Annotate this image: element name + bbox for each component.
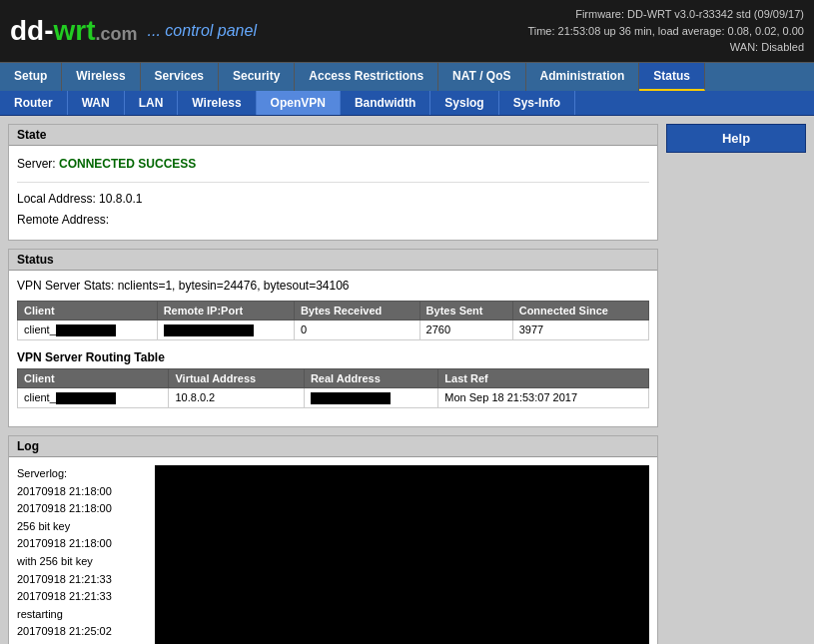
tab-administration[interactable]: Administration xyxy=(526,63,640,91)
subtab-openvpn[interactable]: OpenVPN xyxy=(257,91,341,115)
log-line-4: 256 bit key xyxy=(17,518,147,536)
cell-connected-since: 3977 xyxy=(512,320,648,339)
log-line-2: 20170918 21:18:00 xyxy=(17,483,147,501)
redacted-real-addr xyxy=(311,392,391,404)
log-display xyxy=(155,465,649,644)
th-last-ref: Last Ref xyxy=(438,368,649,387)
table-row: client_ 0 2760 3977 xyxy=(18,320,649,339)
log-line-3: 20170918 21:18:00 xyxy=(17,500,147,518)
logo-dd: dd- xyxy=(10,15,54,46)
logo: dd-wrt.com xyxy=(10,15,138,47)
left-panel: State Server: CONNECTED SUCCESS Local Ad… xyxy=(8,124,658,644)
status-section: Status VPN Server Stats: nclients=1, byt… xyxy=(8,249,658,427)
sub-nav: Router WAN LAN Wireless OpenVPN Bandwidt… xyxy=(0,91,814,116)
tab-status[interactable]: Status xyxy=(639,63,705,91)
log-line-1: Serverlog: xyxy=(17,465,147,483)
header: dd-wrt.com ... control panel Firmware: D… xyxy=(0,0,814,62)
subtab-router[interactable]: Router xyxy=(0,91,68,115)
logo-com: .com xyxy=(96,24,138,44)
time-info: Time: 21:53:08 up 36 min, load average: … xyxy=(527,23,804,40)
redacted-r-client xyxy=(56,392,116,404)
th-bytes-received: Bytes Received xyxy=(294,301,419,320)
server-line: Server: CONNECTED SUCCESS xyxy=(17,154,649,176)
tab-nat-qos[interactable]: NAT / QoS xyxy=(438,63,525,91)
status-content: VPN Server Stats: nclients=1, bytesin=24… xyxy=(9,271,657,426)
remote-address: Remote Address: xyxy=(17,210,649,232)
state-title: State xyxy=(9,125,657,146)
log-content: Serverlog: 20170918 21:18:00 20170918 21… xyxy=(17,465,649,644)
tab-setup[interactable]: Setup xyxy=(0,63,62,91)
log-line-8: 20170918 21:21:33 xyxy=(17,588,147,606)
tab-services[interactable]: Services xyxy=(141,63,219,91)
log-line-9: restarting xyxy=(17,606,147,624)
routing-row: client_ 10.8.0.2 Mon Sep 18 21:53:07 201… xyxy=(18,387,649,407)
redacted-client xyxy=(56,324,116,336)
log-line-10: 20170918 21:25:02 xyxy=(17,623,147,641)
routing-table: Client Virtual Address Real Address Last… xyxy=(17,368,649,408)
cell-virtual-address: 10.8.0.2 xyxy=(169,387,304,407)
th-connected-since: Connected Since xyxy=(512,301,648,320)
state-section: State Server: CONNECTED SUCCESS Local Ad… xyxy=(8,124,658,241)
cell-bytes-sent: 2760 xyxy=(419,320,512,339)
state-text: Server: CONNECTED SUCCESS Local Address:… xyxy=(17,154,649,232)
subtab-wireless[interactable]: Wireless xyxy=(178,91,256,115)
logo-wrt: wrt xyxy=(54,15,96,46)
th-remote-ip: Remote IP:Port xyxy=(157,301,294,320)
logo-area: dd-wrt.com ... control panel xyxy=(10,15,257,47)
th-real-address: Real Address xyxy=(304,368,437,387)
log-labels: Serverlog: 20170918 21:18:00 20170918 21… xyxy=(17,465,147,644)
main-nav: Setup Wireless Services Security Access … xyxy=(0,62,814,91)
cell-r-client: client_ xyxy=(18,387,169,407)
log-content-area: Serverlog: 20170918 21:18:00 20170918 21… xyxy=(9,457,657,644)
wan-info: WAN: Disabled xyxy=(527,39,804,56)
log-line-5: 20170918 21:18:00 xyxy=(17,535,147,553)
vpn-stats: VPN Server Stats: nclients=1, bytesin=24… xyxy=(17,279,649,293)
header-info: Firmware: DD-WRT v3.0-r33342 std (09/09/… xyxy=(527,6,804,56)
logo-subtitle: ... control panel xyxy=(148,22,257,40)
tab-access-restrictions[interactable]: Access Restrictions xyxy=(295,63,438,91)
right-panel: Help xyxy=(666,124,806,644)
local-address: Local Address: 10.8.0.1 xyxy=(17,189,649,211)
redacted-ip xyxy=(164,324,254,336)
log-line-6: with 256 bit key xyxy=(17,553,147,571)
routing-table-label: VPN Server Routing Table xyxy=(17,350,649,364)
th-client: Client xyxy=(18,301,158,320)
log-section: Log Serverlog: 20170918 21:18:00 2017091… xyxy=(8,435,658,644)
status-title: Status xyxy=(9,250,657,271)
state-content: Server: CONNECTED SUCCESS Local Address:… xyxy=(9,146,657,240)
cell-client: client_ xyxy=(18,320,158,339)
log-title: Log xyxy=(9,436,657,457)
cell-remote-ip xyxy=(157,320,294,339)
tab-security[interactable]: Security xyxy=(219,63,295,91)
firmware-info: Firmware: DD-WRT v3.0-r33342 std (09/09/… xyxy=(527,6,804,23)
subtab-lan[interactable]: LAN xyxy=(125,91,179,115)
th-bytes-sent: Bytes Sent xyxy=(419,301,512,320)
main-content: State Server: CONNECTED SUCCESS Local Ad… xyxy=(0,116,814,644)
tab-wireless[interactable]: Wireless xyxy=(62,63,140,91)
help-button[interactable]: Help xyxy=(666,124,806,153)
th-r-client: Client xyxy=(18,368,169,387)
subtab-bandwidth[interactable]: Bandwidth xyxy=(341,91,430,115)
th-virtual-address: Virtual Address xyxy=(169,368,304,387)
cell-last-ref: Mon Sep 18 21:53:07 2017 xyxy=(438,387,649,407)
subtab-syslog[interactable]: Syslog xyxy=(430,91,498,115)
subtab-wan[interactable]: WAN xyxy=(68,91,125,115)
cell-bytes-received: 0 xyxy=(294,320,419,339)
cell-real-address xyxy=(304,387,437,407)
connected-status: CONNECTED SUCCESS xyxy=(59,157,196,171)
subtab-sys-info[interactable]: Sys-Info xyxy=(499,91,575,115)
client-table: Client Remote IP:Port Bytes Received Byt… xyxy=(17,301,649,340)
log-line-7: 20170918 21:21:33 xyxy=(17,571,147,589)
